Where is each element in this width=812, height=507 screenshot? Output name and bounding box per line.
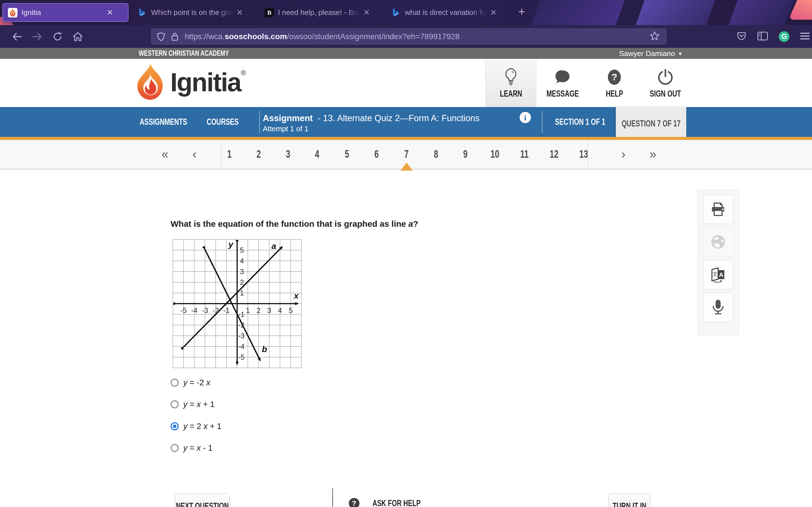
close-icon[interactable]: ✕ — [104, 8, 116, 17]
tab-title: Which point is on the graph of t — [151, 8, 234, 17]
shield-icon[interactable] — [157, 32, 165, 41]
ask-for-help-button[interactable]: ? ASK FOR HELP — [349, 498, 429, 507]
translate-button[interactable]: 文 A — [703, 260, 733, 289]
learn-button[interactable]: LEARN — [486, 59, 536, 107]
theme-decoration — [529, 0, 627, 25]
globe-button-disabled — [703, 227, 733, 257]
nav-courses[interactable]: COURSES — [197, 107, 248, 137]
user-menu[interactable]: Sawyer Damiano▼ — [619, 49, 682, 58]
nav-assignments[interactable]: ASSIGNMENTS — [135, 107, 192, 137]
x-axis-label: x — [293, 291, 299, 300]
school-banner: WESTERN CHRISTIAN ACADEMY Sawyer Damiano… — [0, 48, 812, 59]
pager-page-1[interactable]: 1 — [218, 140, 241, 168]
sign-out-button[interactable]: SIGN OUT — [640, 59, 691, 107]
back-icon[interactable] — [8, 25, 26, 48]
grammarly-icon[interactable]: G — [779, 31, 790, 42]
line-a-label: a — [271, 241, 276, 251]
url-bar[interactable]: https://wca.sooschools.com/owsoo/student… — [151, 28, 667, 45]
info-icon[interactable]: i — [519, 112, 531, 124]
url-text: https://wca.sooschools.com/owsoo/student… — [185, 32, 460, 41]
sidebar-toggle-icon[interactable] — [757, 31, 768, 42]
school-name: WESTERN CHRISTIAN ACADEMY — [139, 49, 229, 58]
pager-page-9[interactable]: 9 — [454, 140, 477, 168]
tab-bing-1[interactable]: Which point is on the graph of t ✕ — [133, 3, 259, 22]
radio-button[interactable] — [170, 444, 179, 452]
svg-text:-3: -3 — [202, 306, 208, 314]
close-icon[interactable]: ✕ — [234, 8, 245, 17]
next-question-button[interactable]: NEXT QUESTION — [175, 494, 230, 507]
tab-bing-2[interactable]: what is direct variation function ✕ — [386, 3, 513, 22]
brand-name: Ignitia — [170, 64, 241, 101]
option-label: y = 2 x + 1 — [183, 421, 221, 431]
microphone-button[interactable] — [703, 293, 733, 322]
bookmark-star-icon[interactable] — [643, 31, 660, 43]
pager-last[interactable]: » — [642, 140, 664, 168]
pager-page-13[interactable]: 13 — [572, 140, 595, 168]
svg-text:4: 4 — [278, 306, 282, 314]
svg-text:文: 文 — [712, 271, 718, 277]
pager-page-5[interactable]: 5 — [336, 140, 358, 168]
help-circle-icon: ? — [349, 498, 359, 507]
pager-page-6[interactable]: 6 — [365, 140, 388, 168]
browser-window: Ignitia ✕ Which point is on the graph of… — [0, 0, 812, 507]
svg-text:2: 2 — [240, 278, 244, 286]
new-tab-button[interactable]: + — [518, 5, 525, 18]
pager-page-8[interactable]: 8 — [425, 140, 448, 168]
help-button[interactable]: ? HELP — [589, 59, 640, 107]
tab-bar: Ignitia ✕ Which point is on the graph of… — [0, 0, 812, 25]
divider — [542, 111, 543, 133]
tab-brainly[interactable]: B I need help, please! - Brainly.com ✕ — [259, 3, 386, 22]
pager-page-12[interactable]: 12 — [543, 140, 565, 168]
answer-option-4[interactable]: y = x - 1 — [170, 442, 213, 454]
attempt-label: Attempt 1 of 1 — [263, 124, 308, 133]
svg-text:5: 5 — [240, 246, 244, 254]
assignment-nav: ASSIGNMENTS COURSES Assignment - 13. Alt… — [0, 107, 812, 137]
globe-icon — [710, 234, 726, 250]
menu-hamburger-icon[interactable] — [800, 32, 810, 41]
message-button[interactable]: MESSAGE — [536, 59, 589, 107]
pager-page-3[interactable]: 3 — [277, 140, 299, 168]
theme-decoration — [726, 0, 796, 25]
line-b-label: b — [262, 344, 267, 354]
turn-it-in-button[interactable]: TURN IT IN — [608, 494, 651, 507]
svg-text:4: 4 — [240, 257, 244, 265]
pager-page-2[interactable]: 2 — [248, 140, 270, 168]
tab-title: Ignitia — [21, 8, 104, 17]
tab-title: I need help, please! - Brainly.com — [278, 8, 360, 17]
svg-text:1: 1 — [240, 289, 244, 297]
speech-bubble-icon — [536, 68, 589, 87]
radio-button[interactable] — [170, 400, 179, 408]
svg-text:1: 1 — [246, 306, 250, 314]
accessibility-toolbar: 文 A — [697, 189, 739, 336]
svg-text:3: 3 — [267, 306, 271, 314]
svg-text:-5: -5 — [238, 353, 245, 361]
pager-page-11[interactable]: 11 — [513, 140, 536, 168]
question-indicator-tab: QUESTION 7 OF 17 — [616, 107, 686, 140]
close-icon[interactable]: ✕ — [361, 8, 372, 17]
tab-ignitia[interactable]: Ignitia ✕ — [2, 3, 129, 22]
pager-prev[interactable]: ‹ — [183, 140, 206, 168]
answer-option-2[interactable]: y = x + 1 — [170, 398, 214, 410]
pocket-icon[interactable] — [737, 31, 747, 42]
pager-page-4[interactable]: 4 — [306, 140, 328, 168]
forward-icon[interactable] — [28, 25, 46, 48]
pager-next[interactable]: › — [612, 140, 635, 168]
bing-favicon-icon — [391, 8, 401, 17]
answer-option-1[interactable]: y = -2 x — [170, 376, 210, 389]
reload-icon[interactable] — [49, 25, 66, 48]
home-icon[interactable] — [69, 25, 87, 48]
radio-button[interactable] — [170, 422, 179, 431]
svg-text:-4: -4 — [191, 306, 197, 314]
pager-first[interactable]: « — [154, 140, 176, 168]
radio-button[interactable] — [170, 379, 179, 387]
current-question-pointer-icon — [400, 163, 413, 171]
app-header: Ignitia ® LEARN MESSAGE ? HELP SI — [0, 59, 812, 107]
pager-page-10[interactable]: 10 — [484, 140, 506, 168]
answer-option-3[interactable]: y = 2 x + 1 — [170, 420, 221, 432]
close-icon[interactable]: ✕ — [488, 8, 499, 17]
print-button[interactable] — [703, 194, 733, 224]
y-axis-label: y — [228, 240, 234, 249]
svg-text:-3: -3 — [238, 332, 245, 340]
divider — [259, 111, 260, 133]
question-circle-icon: ? — [589, 68, 640, 87]
